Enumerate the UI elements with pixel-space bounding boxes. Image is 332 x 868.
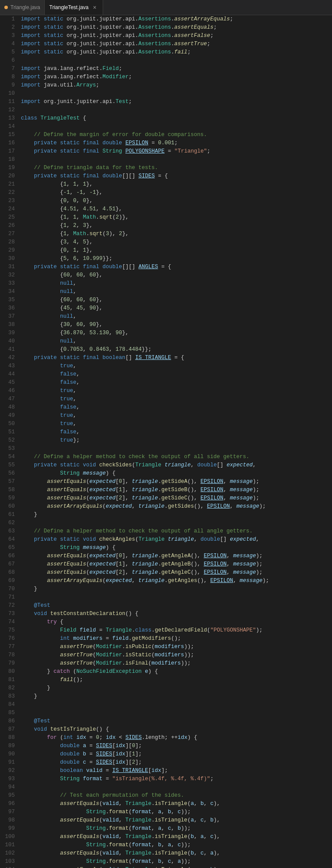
code-line-9: import java.util.Arrays; — [21, 81, 332, 90]
ln-76: 76 — [0, 635, 15, 643]
code-line-16: private static final double EPSILON = 0.… — [21, 139, 332, 147]
ln-36: 36 — [0, 304, 15, 313]
code-line-6 — [21, 57, 332, 65]
ln-12: 12 — [0, 106, 15, 114]
code-line-100: assertEquals(valid, Triangle.isTriangle(… — [21, 833, 332, 841]
ln-88: 88 — [0, 734, 15, 742]
code-line-39: {36.870, 53.130, 90}, — [21, 329, 332, 337]
ln-21: 21 — [0, 180, 15, 189]
code-line-31: private static final double[][] ANGLES =… — [21, 263, 332, 271]
ln-25: 25 — [0, 213, 15, 222]
code-line-89: double a = SIDES[idx][0]; — [21, 742, 332, 750]
tab-triangletest[interactable]: TriangleTest.java × — [45, 0, 103, 15]
ln-87: 87 — [0, 725, 15, 734]
ln-40: 40 — [0, 337, 15, 346]
ln-86: 86 — [0, 717, 15, 725]
ln-95: 95 — [0, 792, 15, 800]
ln-7: 7 — [0, 65, 15, 73]
code-line-26: {1, 2, 3}, — [21, 222, 332, 230]
code-line-81: fail(); — [21, 676, 332, 684]
ln-101: 101 — [0, 841, 15, 849]
ln-70: 70 — [0, 585, 15, 593]
ln-2: 2 — [0, 23, 15, 32]
ln-50: 50 — [0, 420, 15, 428]
ln-83: 83 — [0, 692, 15, 701]
ln-73: 73 — [0, 610, 15, 618]
tab-label: Triangle.java — [10, 4, 40, 10]
ln-33: 33 — [0, 279, 15, 288]
ln-23: 23 — [0, 197, 15, 205]
tab-dot — [4, 6, 8, 9]
code-line-73: void testConstantDeclaration() { — [21, 610, 332, 618]
code-line-93: String format = "isTriangle(%.4f, %.4f, … — [21, 775, 332, 783]
code-line-74: try { — [21, 618, 332, 626]
ln-64: 64 — [0, 535, 15, 544]
tab-label-active: TriangleTest.java — [49, 4, 88, 10]
ln-67: 67 — [0, 560, 15, 569]
code-line-102: assertEquals(valid, Triangle.isTriangle(… — [21, 849, 332, 858]
ln-102: 102 — [0, 849, 15, 858]
ln-17: 17 — [0, 147, 15, 156]
ln-100: 100 — [0, 833, 15, 841]
code-line-94 — [21, 783, 332, 792]
ln-22: 22 — [0, 189, 15, 197]
ln-42: 42 — [0, 354, 15, 362]
ln-27: 27 — [0, 230, 15, 238]
ln-103: 103 — [0, 858, 15, 866]
code-line-72: @Test — [21, 602, 332, 610]
code-line-11: import org.junit.jupiter.api.Test; — [21, 98, 332, 106]
ln-104: 104 — [0, 866, 15, 868]
ln-68: 68 — [0, 569, 15, 577]
code-line-3: import static org.junit.jupiter.api.Asse… — [21, 32, 332, 40]
ln-43: 43 — [0, 362, 15, 370]
ln-38: 38 — [0, 321, 15, 329]
ln-92: 92 — [0, 767, 15, 775]
code-line-84 — [21, 701, 332, 709]
close-icon[interactable]: × — [91, 4, 98, 11]
ln-53: 53 — [0, 445, 15, 453]
code-line-71 — [21, 593, 332, 602]
ln-19: 19 — [0, 164, 15, 172]
code-line-25: {1, 1, Math.sqrt(2)}, — [21, 213, 332, 222]
code-line-70: } — [21, 585, 332, 593]
code-line-43: true, — [21, 362, 332, 370]
ln-99: 99 — [0, 825, 15, 833]
ln-30: 30 — [0, 255, 15, 263]
code-line-69: assertArrayEquals(expected, triangle.get… — [21, 577, 332, 585]
code-line-79: assertTrue(Modifier.isFinal(modifiers)); — [21, 659, 332, 668]
ln-39: 39 — [0, 329, 15, 337]
ln-11: 11 — [0, 98, 15, 106]
code-line-53 — [21, 445, 332, 453]
code-line-29: {0, 1, 1}, — [21, 246, 332, 255]
ln-72: 72 — [0, 602, 15, 610]
ln-82: 82 — [0, 684, 15, 692]
code-line-85 — [21, 709, 332, 717]
code-line-54: // Define a helper method to check the o… — [21, 453, 332, 461]
code-line-37: null, — [21, 313, 332, 321]
code-line-58: assertEquals(expected[1], triangle.getSi… — [21, 486, 332, 494]
code-line-7: import java.lang.reflect.Field; — [21, 65, 332, 73]
ln-96: 96 — [0, 800, 15, 808]
code-line-8: import java.lang.reflect.Modifier; — [21, 73, 332, 81]
code-line-12 — [21, 106, 332, 114]
ln-3: 3 — [0, 32, 15, 40]
code-line-24: {4.51, 4.51, 4.51}, — [21, 205, 332, 213]
ln-14: 14 — [0, 123, 15, 131]
code-line-83: } — [21, 692, 332, 701]
ln-94: 94 — [0, 783, 15, 792]
code-editor: 1 2 3 4 5 6 7 8 9 10 11 12 13 14 15 16 1… — [0, 15, 332, 868]
ln-1: 1 — [0, 15, 15, 23]
ln-79: 79 — [0, 659, 15, 668]
ln-35: 35 — [0, 296, 15, 304]
ln-15: 15 — [0, 131, 15, 139]
ln-60: 60 — [0, 502, 15, 511]
ln-77: 77 — [0, 643, 15, 651]
code-line-52: true}; — [21, 436, 332, 445]
code-line-15: // Define the margin of error for double… — [21, 131, 332, 139]
code-line-77: assertTrue(Modifier.isPublic(modifiers))… — [21, 643, 332, 651]
tab-triangle[interactable]: Triangle.java — [0, 0, 45, 15]
ln-47: 47 — [0, 395, 15, 403]
code-line-97: String.format(format, a, b, c)); — [21, 808, 332, 816]
ln-8: 8 — [0, 73, 15, 81]
ln-93: 93 — [0, 775, 15, 783]
